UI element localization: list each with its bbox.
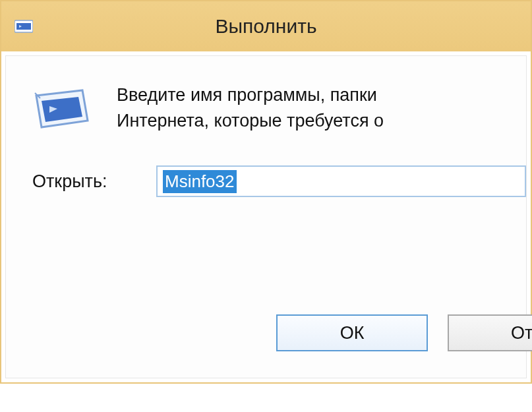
window-title: Выполнить	[215, 15, 316, 38]
input-selected-text: Msinfo32	[163, 170, 237, 193]
description-line2: Интернета, которые требуется о	[117, 111, 384, 131]
description-line1: Введите имя программы, папки	[117, 85, 377, 105]
description-row: Введите имя программы, папки Интернета, …	[32, 82, 526, 134]
svg-rect-1	[16, 23, 31, 30]
cancel-button[interactable]: Отм	[448, 314, 532, 351]
run-dialog-window: Выполнить Введите имя программы, папки И…	[0, 0, 532, 384]
titlebar[interactable]: Выполнить	[1, 1, 531, 51]
run-dialog-icon	[32, 86, 92, 132]
ok-button[interactable]: ОК	[276, 314, 428, 351]
cancel-button-label: Отм	[511, 323, 532, 343]
run-title-icon	[15, 19, 33, 34]
button-row: ОК Отм	[276, 314, 532, 351]
ok-button-label: ОК	[340, 323, 365, 343]
open-row: Открыть: Msinfo32	[32, 165, 526, 197]
run-description: Введите имя программы, папки Интернета, …	[117, 82, 384, 134]
client-area: Введите имя программы, папки Интернета, …	[5, 55, 527, 378]
open-input[interactable]: Msinfo32	[156, 165, 526, 197]
open-label: Открыть:	[32, 171, 138, 192]
